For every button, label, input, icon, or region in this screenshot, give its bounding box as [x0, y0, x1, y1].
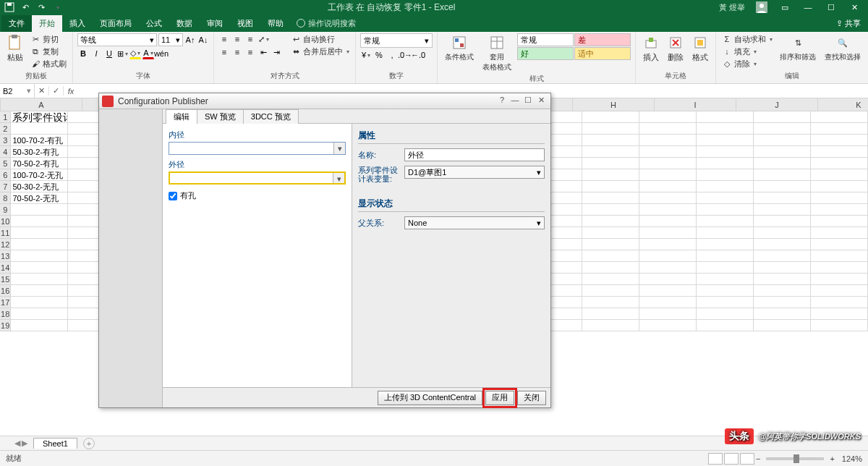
number-format-combo[interactable]: 常规▾ [360, 33, 433, 48]
cell[interactable] [639, 204, 697, 216]
cell[interactable] [754, 250, 811, 262]
row-header[interactable]: 5 [0, 158, 11, 169]
row-header[interactable]: 8 [0, 192, 11, 204]
tab-sw-preview[interactable]: SW 预览 [197, 109, 244, 124]
cell[interactable] [697, 262, 754, 274]
cell[interactable] [811, 111, 868, 123]
cell[interactable]: 70-50-2-无孔 [11, 192, 68, 204]
align-middle-icon[interactable]: ≡ [231, 33, 243, 45]
row-header[interactable]: 14 [0, 262, 11, 274]
cell[interactable] [639, 308, 697, 320]
row-header[interactable]: 17 [0, 297, 11, 308]
cell[interactable] [697, 320, 754, 331]
cell[interactable] [11, 297, 68, 308]
clear-button[interactable]: ◇清除 [720, 58, 774, 69]
upload-button[interactable]: 上传到 3D ContentCentral [378, 391, 482, 405]
cell[interactable] [697, 274, 754, 285]
cell[interactable]: 50-30-2-有孔 [11, 146, 68, 158]
maximize-icon[interactable]: ☐ [820, 1, 842, 14]
percent-icon[interactable]: % [373, 49, 385, 61]
align-bottom-icon[interactable]: ≡ [244, 33, 256, 45]
cell[interactable] [754, 181, 811, 192]
tab-formula[interactable]: 公式 [139, 15, 169, 32]
cell[interactable] [697, 192, 754, 204]
cell[interactable] [639, 320, 697, 331]
cell[interactable] [754, 227, 811, 239]
cell[interactable] [582, 239, 639, 250]
cancel-formula-icon[interactable]: ✕ [35, 86, 49, 96]
style-normal[interactable]: 常规 [517, 33, 574, 46]
conditional-format-button[interactable]: 条件格式 [442, 33, 477, 64]
align-right-icon[interactable]: ≡ [244, 46, 256, 58]
outer-diameter-combo[interactable]: ▾ [169, 171, 346, 185]
column-header[interactable]: K [818, 98, 868, 111]
cell[interactable] [811, 227, 868, 239]
cell[interactable] [639, 192, 697, 204]
cell[interactable] [11, 308, 68, 320]
cell[interactable] [582, 285, 639, 297]
indent-decrease-icon[interactable]: ⇤ [258, 46, 269, 58]
cell[interactable] [639, 181, 697, 192]
style-bad[interactable]: 差 [574, 33, 631, 46]
wrap-text-button[interactable]: ↩自动换行 [289, 33, 351, 45]
align-top-icon[interactable]: ≡ [218, 33, 230, 45]
cell[interactable] [754, 146, 811, 158]
tab-review[interactable]: 审阅 [200, 15, 230, 32]
decrease-font-icon[interactable]: A↓ [197, 34, 209, 46]
dialog-maximize-icon[interactable]: ☐ [522, 96, 535, 107]
cell[interactable] [754, 123, 811, 135]
row-header[interactable]: 7 [0, 181, 11, 192]
border-button[interactable]: ⊞ [116, 48, 128, 59]
cell[interactable] [639, 169, 697, 181]
cell[interactable] [697, 297, 754, 308]
cell[interactable] [697, 308, 754, 320]
row-header[interactable]: 12 [0, 239, 11, 250]
row-header[interactable]: 18 [0, 308, 11, 320]
cell[interactable] [697, 239, 754, 250]
tab-layout[interactable]: 页面布局 [93, 15, 139, 32]
cell[interactable] [582, 181, 639, 192]
style-neutral[interactable]: 适中 [574, 47, 631, 60]
cell[interactable] [811, 216, 868, 227]
cell[interactable] [11, 262, 68, 274]
cell[interactable] [697, 135, 754, 146]
tab-file[interactable]: 文件 [1, 15, 32, 32]
cell[interactable] [754, 239, 811, 250]
autosum-button[interactable]: Σ自动求和 [720, 33, 774, 45]
checkbox-input[interactable] [169, 192, 177, 200]
cell[interactable] [11, 250, 68, 262]
paste-button[interactable]: 粘贴 [4, 33, 26, 64]
row-header[interactable]: 6 [0, 169, 11, 181]
tab-home[interactable]: 开始 [32, 15, 62, 32]
zoom-level[interactable]: 124% [842, 454, 862, 463]
qat-dropdown-icon[interactable] [51, 1, 64, 14]
cell[interactable] [754, 216, 811, 227]
increase-decimal-icon[interactable]: .0→ [399, 49, 411, 61]
cell[interactable] [754, 262, 811, 274]
bold-button[interactable]: B [77, 48, 89, 59]
cell[interactable] [582, 146, 639, 158]
cell[interactable] [754, 285, 811, 297]
currency-icon[interactable]: ¥ [360, 49, 372, 61]
name-input[interactable] [404, 148, 545, 161]
cell[interactable] [582, 158, 639, 169]
cell[interactable] [639, 274, 697, 285]
cell[interactable] [811, 250, 868, 262]
cell[interactable] [582, 216, 639, 227]
cell[interactable] [639, 216, 697, 227]
cell[interactable]: 100-70-2-无孔 [11, 169, 68, 181]
cell[interactable] [811, 204, 868, 216]
cell[interactable] [11, 216, 68, 227]
variable-combo[interactable]: D1@草图1▾ [404, 166, 545, 179]
cell[interactable] [582, 111, 639, 123]
cell[interactable] [697, 158, 754, 169]
share-button[interactable]: ⇪ 共享 [830, 18, 867, 29]
cell[interactable] [639, 135, 697, 146]
row-header[interactable]: 4 [0, 146, 11, 158]
cell[interactable] [582, 192, 639, 204]
tab-nav-prev-icon[interactable]: ◀ [14, 439, 20, 448]
fill-button[interactable]: ↓填充 [720, 46, 774, 57]
tab-insert[interactable]: 插入 [62, 15, 93, 32]
zoom-in-icon[interactable]: + [830, 454, 834, 463]
close-icon[interactable]: ✕ [843, 1, 865, 14]
